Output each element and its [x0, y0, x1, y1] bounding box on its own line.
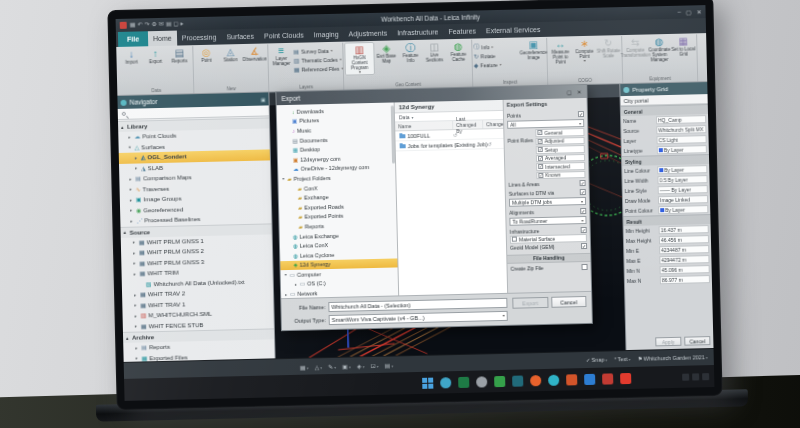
role-checkbox[interactable]: ✓ — [538, 139, 543, 144]
ribbon-button-set-to-local-grid[interactable]: ▦ Set to Local Grid — [671, 34, 696, 57]
zip-checkbox[interactable] — [581, 264, 587, 270]
taskbar-icon-pdf-app[interactable] — [620, 372, 631, 383]
point-role-item[interactable]: ✓ Setup — [536, 145, 585, 154]
property-value[interactable]: By Layer — [657, 165, 707, 174]
ribbon-button-live-sections[interactable]: ◫ Live Sections — [422, 40, 447, 63]
apply-button[interactable]: Apply — [655, 337, 681, 347]
infrastructure-checkbox[interactable]: ✓ — [581, 226, 587, 232]
ribbon-button-compute-transformation[interactable]: ⇆ Compute Transformation — [623, 35, 648, 58]
ribbon-button-import[interactable]: ↓ Import — [119, 47, 143, 65]
quick-access-icon[interactable]: ↶ — [137, 21, 142, 28]
snap-tool-icon[interactable]: ▦ — [300, 363, 309, 370]
role-checkbox[interactable]: ✓ — [538, 164, 543, 169]
quick-access-icon[interactable]: ↷ — [144, 21, 149, 28]
ribbon-tab[interactable]: Imaging — [309, 27, 344, 43]
quick-access-icon[interactable]: ▤ — [166, 21, 172, 28]
maximize-icon[interactable]: ▢ — [567, 89, 572, 95]
property-value[interactable]: By Layer — [657, 145, 707, 154]
snap-tool-icon[interactable]: ◬ — [314, 363, 322, 370]
quick-access-icon[interactable]: ✉ — [159, 21, 164, 28]
cancel-button[interactable]: Cancel — [551, 296, 587, 308]
close-icon[interactable]: ✕ — [696, 8, 701, 15]
ribbon-tab[interactable]: Surfaces — [221, 29, 259, 45]
ribbon-button-feature-info[interactable]: ⓘ Feature Info — [398, 41, 423, 64]
ribbon-tab[interactable]: Processing — [177, 30, 222, 46]
point-role-item[interactable]: ✓ General — [535, 128, 584, 137]
point-role-item[interactable]: ✓ Known — [536, 170, 585, 179]
close-icon[interactable]: ✕ — [577, 89, 582, 95]
taskbar-icon-teal-app[interactable] — [512, 375, 523, 386]
maximize-icon[interactable]: ▢ — [686, 8, 692, 15]
role-checkbox[interactable]: ✓ — [537, 130, 542, 135]
point-role-item[interactable]: ✓ Averaged — [536, 153, 585, 162]
file-name-input[interactable]: Whitchurch All Data - (Selection) — [328, 297, 507, 311]
taskbar-icon-excel[interactable] — [458, 376, 469, 387]
quick-access-icon[interactable]: ▦ — [130, 22, 136, 29]
taskbar-icon-edge[interactable] — [440, 377, 451, 388]
taskbar-icon-green-app[interactable] — [494, 375, 505, 386]
taskbar-icon-firefox[interactable] — [530, 375, 541, 386]
ribbon-stack-inspect[interactable]: ⓘInfo▸ ↻Rotate ◆Feature▾ — [473, 38, 522, 69]
ribbon-button-export[interactable]: ↑ Export — [143, 47, 167, 65]
ribbon-button-station[interactable]: ◬ Station — [218, 45, 242, 63]
start-button-icon[interactable] — [422, 377, 433, 388]
column-last-changed-by[interactable]: Last Changed By — [453, 120, 483, 129]
role-checkbox[interactable]: ✓ — [538, 173, 543, 178]
file-row[interactable]: Jobs for templates (Existing Job) ↺ — [396, 139, 504, 152]
ribbon-button-coordinate-system-manager[interactable]: ◍ Coordinate System Manager — [647, 35, 672, 63]
ribbon-button-reports[interactable]: ▤ Reports — [167, 46, 191, 64]
ribbon-button-shift-rotate-scale[interactable]: ↻ Shift Rotate Scale — [596, 36, 621, 59]
ribbon-button-measure-point-to-point[interactable]: ↔ Measure Point to Point — [548, 37, 573, 65]
ribbon-button-layer-manager[interactable]: ≡ Layer Manager — [269, 44, 294, 67]
ribbon-tab[interactable]: Features — [443, 23, 481, 39]
geoid-checkbox[interactable]: ✓ — [581, 243, 587, 249]
point-role-item[interactable]: ✓ Adjusted — [535, 136, 584, 145]
quick-access-icon[interactable]: ⚙ — [151, 21, 157, 28]
ribbon-button-hxgn-content-program[interactable]: ▥ HxGN Content Program ▾ — [344, 42, 375, 76]
scrollbar[interactable] — [391, 105, 395, 163]
property-value[interactable]: 86.977 m — [660, 275, 710, 284]
ribbon-stack-layer-filters[interactable]: ▤Survey Data▾ ▥Thematic Codes▾ ▦Referenc… — [293, 43, 342, 74]
property-value[interactable]: 0.5 By Layer — [657, 175, 707, 184]
quick-access-icon[interactable]: ◻ — [173, 21, 178, 28]
snap-tool-icon[interactable]: ✎ — [328, 362, 336, 369]
snap-tool-icon[interactable]: ▣ — [342, 362, 351, 369]
ribbon-tab[interactable]: Point Clouds — [259, 27, 309, 43]
property-row[interactable]: Max N 86.977 m — [625, 274, 712, 286]
taskbar-icon-acrobat[interactable] — [602, 373, 613, 384]
points-checkbox[interactable]: ✓ — [578, 110, 584, 116]
taskbar-icon-settings[interactable] — [476, 376, 487, 387]
cancel-button[interactable]: Cancel — [684, 336, 710, 346]
property-value[interactable]: —— By Layer — [658, 185, 708, 194]
ribbon-small-button[interactable]: ◆Feature▾ — [474, 59, 522, 69]
property-value[interactable]: 46.456 m — [659, 235, 709, 244]
text-toggle[interactable]: ° Text ▾ — [614, 356, 630, 362]
snap-tool-icon[interactable]: ▤ — [384, 361, 393, 368]
snap-tool-icon[interactable]: ⊡ — [370, 361, 378, 368]
ribbon-button-esri-base-map[interactable]: ◈ Esri Base Map — [374, 41, 399, 64]
ribbon-button-observation[interactable]: ∡ Observation — [242, 44, 266, 62]
ribbon-tab[interactable]: Adjustments — [343, 25, 392, 41]
taskbar-icon-orange-app[interactable] — [566, 374, 577, 385]
property-value[interactable]: HQ_Camp — [656, 115, 706, 124]
property-value[interactable]: CS Light — [656, 135, 706, 144]
taskbar-icon-cyan-app[interactable] — [548, 374, 559, 385]
property-value[interactable]: Image Linked — [658, 195, 708, 204]
ribbon-button-point[interactable]: ◎ Point — [194, 46, 218, 64]
ribbon-tab[interactable]: File — [118, 31, 148, 47]
snap-toggle[interactable]: ✓ Snap ▾ — [586, 357, 608, 364]
coordinate-system-selector[interactable]: ⚑ Whitchurch Garden 2021 ▾ — [638, 354, 708, 362]
ribbon-tab[interactable]: Infrastructure — [392, 24, 444, 40]
ribbon-button-georeference-image[interactable]: ▣ Georeference Image — [521, 38, 546, 61]
snap-tool-icon[interactable]: ◈ — [357, 362, 365, 369]
surfaces-checkbox[interactable]: ✓ — [580, 188, 586, 194]
role-checkbox[interactable]: ✓ — [538, 147, 543, 152]
column-name[interactable]: Name — [395, 121, 453, 130]
property-value[interactable]: 4234487 m — [659, 245, 709, 254]
ribbon-tab[interactable]: External Services — [481, 22, 546, 39]
property-value[interactable]: 45.096 m — [660, 265, 710, 274]
property-value[interactable]: 4294472 m — [659, 255, 709, 264]
pin-icon[interactable]: ▣ — [261, 96, 266, 102]
point-role-item[interactable]: ✓ Intersected — [536, 162, 585, 171]
minimize-icon[interactable]: – — [677, 9, 681, 16]
